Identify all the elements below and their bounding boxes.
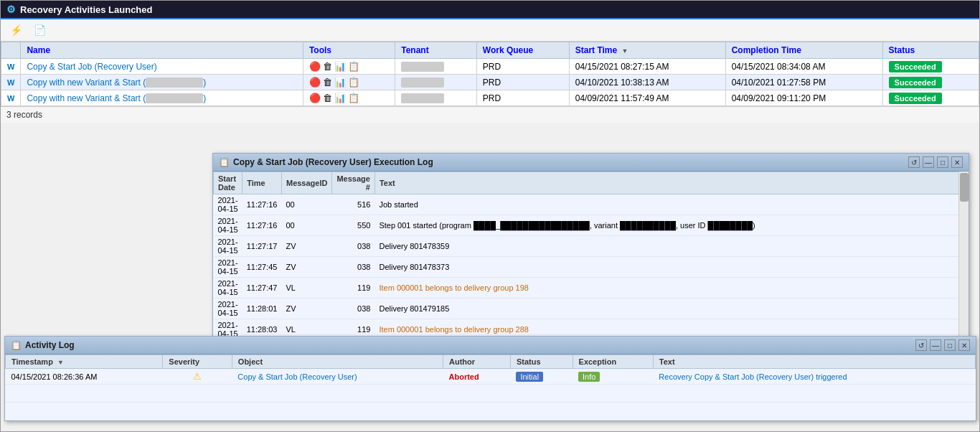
col-spacer <box>1 42 21 59</box>
row-completiontime: 04/09/2021 09:11:20 PM <box>725 90 882 106</box>
activity-log-header: 📋 Activity Log ↺ — □ ✕ <box>5 337 976 354</box>
tool-icon-2[interactable]: 🗑 <box>323 77 332 88</box>
exec-text: Delivery 801478359 <box>374 236 968 257</box>
tool-icon-2[interactable]: 🗑 <box>323 93 332 103</box>
panel-controls: ↺ — □ ✕ <box>908 156 963 168</box>
main-table: Name Tools Tenant Work Queue Start Time … <box>1 42 979 106</box>
exec-msgid: ZV <box>281 299 331 319</box>
tool-icon-1[interactable]: 🔴 <box>309 61 321 72</box>
exec-date: 2021-04-15 <box>214 257 242 278</box>
row-tools: 🔴 🗑 📊 📋 <box>303 59 395 75</box>
export-button[interactable]: 📄 <box>30 22 50 38</box>
exec-log-row[interactable]: 2021-04-15 11:27:47 VL 119 Item 000001 b… <box>214 278 969 299</box>
act-object: Copy & Start Job (Recovery User) <box>232 369 443 385</box>
exec-time: 11:28:03 <box>242 319 282 337</box>
row-name[interactable]: Copy with new Variant & Start ( ) <box>21 90 303 106</box>
table-row[interactable]: W Copy with new Variant & Start ( ) 🔴 🗑 … <box>1 90 979 106</box>
row-tenant <box>395 59 477 75</box>
row-tools: 🔴 🗑 📊 📋 <box>303 90 395 106</box>
row-name[interactable]: Copy with new Variant & Start ( ) <box>21 75 303 90</box>
tool-icon-2[interactable]: 🗑 <box>323 61 332 72</box>
row-status: Succeeded <box>882 75 979 90</box>
tool-icon-1[interactable]: 🔴 <box>309 77 321 88</box>
scrollbar-thumb[interactable] <box>960 173 969 202</box>
tool-icon-3[interactable]: 📊 <box>334 77 346 88</box>
row-tenant <box>395 75 477 90</box>
row-tenant <box>395 90 477 106</box>
exec-msgid: 00 <box>281 215 331 236</box>
exec-time: 11:28:01 <box>242 299 282 319</box>
execution-log-table: Start Date Time MessageID Message # Text… <box>213 172 969 337</box>
table-row[interactable]: W Copy with new Variant & Start ( ) 🔴 🗑 … <box>1 75 979 90</box>
row-icon: W <box>7 62 14 71</box>
row-icon: W <box>7 78 14 87</box>
exec-date: 2021-04-15 <box>214 215 242 236</box>
exec-log-row[interactable]: 2021-04-15 11:27:16 00 550 Step 001 star… <box>214 215 969 236</box>
row-status: Succeeded <box>882 90 979 106</box>
activity-row[interactable]: 04/15/2021 08:26:36 AM ⚠ Copy & Start Jo… <box>6 369 976 385</box>
row-name[interactable]: Copy & Start Job (Recovery User) <box>21 59 303 75</box>
tool-icon-1[interactable]: 🔴 <box>309 93 321 103</box>
refresh-activity-button[interactable]: ↺ <box>915 339 927 351</box>
exec-log-row[interactable]: 2021-04-15 11:27:45 ZV 038 Delivery 8014… <box>214 257 969 278</box>
exec-text: Job started <box>374 194 968 215</box>
exec-text: Delivery 801479185 <box>374 299 968 319</box>
refresh-panel-button[interactable]: ↺ <box>908 156 920 168</box>
tool-icon-3[interactable]: 📊 <box>334 93 346 103</box>
tool-icon-4[interactable]: 📋 <box>348 77 359 88</box>
exec-log-row[interactable]: 2021-04-15 11:28:03 VL 119 Item 000001 b… <box>214 319 969 337</box>
exec-log-row[interactable]: 2021-04-15 11:27:17 ZV 038 Delivery 8014… <box>214 236 969 257</box>
activity-panel-controls: ↺ — □ ✕ <box>915 339 970 351</box>
act-col-text: Text <box>653 355 975 369</box>
act-status: Initial <box>510 369 573 385</box>
col-starttime[interactable]: Start Time ▼ <box>569 42 725 59</box>
exec-time: 11:27:45 <box>242 257 282 278</box>
tool-icon-4[interactable]: 📋 <box>348 61 359 72</box>
close-activity-button[interactable]: ✕ <box>958 339 970 351</box>
toolbar: ⚡ 📄 <box>1 19 979 42</box>
exec-msgid: VL <box>281 319 331 337</box>
execution-log-panel: 📋 Copy & Start Job (Recovery User) Execu… <box>212 153 969 337</box>
minimize-activity-button[interactable]: — <box>930 339 941 351</box>
row-icon: W <box>7 94 14 103</box>
minimize-panel-button[interactable]: — <box>923 156 934 168</box>
exec-msgnum: 550 <box>332 215 374 236</box>
tool-icon-3[interactable]: 📊 <box>334 61 346 72</box>
col-status: Status <box>882 42 979 59</box>
col-tenant: Tenant <box>395 42 477 59</box>
log-icon: 📋 <box>219 157 230 167</box>
exec-msgnum: 038 <box>332 236 374 257</box>
act-col-exception: Exception <box>573 355 653 369</box>
restore-panel-button[interactable]: □ <box>937 156 948 168</box>
exec-log-row[interactable]: 2021-04-15 11:27:16 00 516 Job started <box>214 194 969 215</box>
close-panel-button[interactable]: ✕ <box>951 156 963 168</box>
row-completiontime: 04/10/2021 01:27:58 PM <box>725 75 882 90</box>
exec-msgid: ZV <box>281 236 331 257</box>
act-col-author: Author <box>443 355 511 369</box>
activity-row-empty <box>6 385 976 403</box>
act-col-severity: Severity <box>163 355 232 369</box>
exec-time: 11:27:16 <box>242 194 282 215</box>
row-workqueue: PRD <box>476 59 569 75</box>
act-col-status: Status <box>510 355 573 369</box>
table-row[interactable]: W Copy & Start Job (Recovery User) 🔴 🗑 📊… <box>1 59 979 75</box>
col-name[interactable]: Name <box>21 42 303 59</box>
exec-date: 2021-04-15 <box>214 236 242 257</box>
main-table-area: Name Tools Tenant Work Queue Start Time … <box>1 42 979 123</box>
exec-date: 2021-04-15 <box>214 194 242 215</box>
exec-msgnum: 038 <box>332 257 374 278</box>
exec-date: 2021-04-15 <box>214 319 242 337</box>
row-workqueue: PRD <box>476 75 569 90</box>
warning-icon: ⚠ <box>193 371 202 382</box>
exec-time: 11:27:47 <box>242 278 282 299</box>
scrollbar[interactable] <box>958 172 969 337</box>
exec-msgnum: 119 <box>332 278 374 299</box>
exec-log-row[interactable]: 2021-04-15 11:28:01 ZV 038 Delivery 8014… <box>214 299 969 319</box>
exec-msgnum: 038 <box>332 299 374 319</box>
tool-icon-4[interactable]: 📋 <box>348 93 359 103</box>
restore-activity-button[interactable]: □ <box>944 339 956 351</box>
records-bar: 3 records <box>1 106 979 123</box>
act-exception: Info <box>573 369 653 385</box>
refresh-button[interactable]: ⚡ <box>6 22 26 38</box>
exec-msgnum: 119 <box>332 319 374 337</box>
